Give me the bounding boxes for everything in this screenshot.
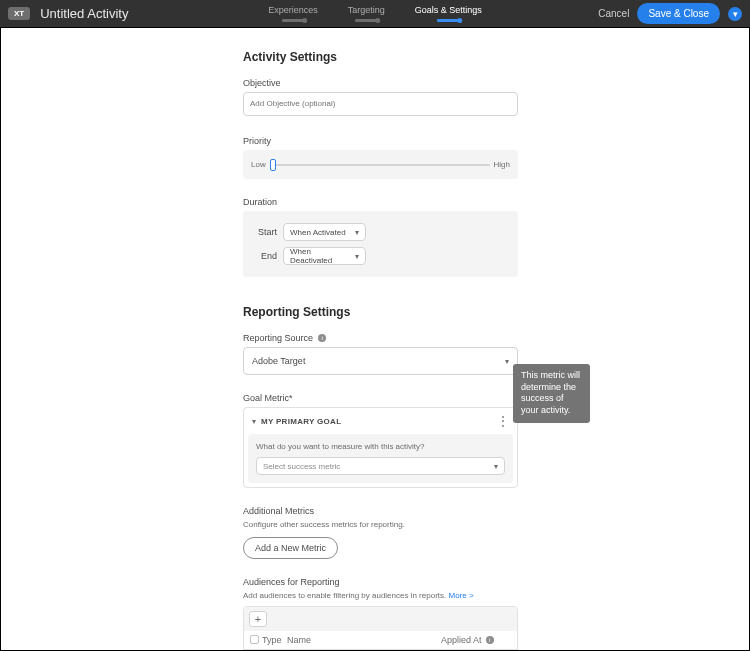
step-targeting[interactable]: Targeting xyxy=(348,5,385,22)
end-label: End xyxy=(251,251,277,261)
objective-label: Objective xyxy=(243,78,514,88)
reporting-source-label: Reporting Source xyxy=(243,333,313,343)
collapse-icon[interactable]: ▾ xyxy=(252,417,256,426)
chevron-down-icon: ▾ xyxy=(355,228,359,237)
start-label: Start xyxy=(251,227,277,237)
end-select-value: When Deactivated xyxy=(290,247,355,265)
objective-input[interactable] xyxy=(243,92,518,116)
priority-low-label: Low xyxy=(251,160,266,169)
chevron-down-icon: ▾ xyxy=(494,462,498,471)
activity-title[interactable]: Untitled Activity xyxy=(40,6,128,21)
priority-high-label: High xyxy=(494,160,510,169)
start-select-value: When Activated xyxy=(290,228,346,237)
add-audience-button[interactable]: + xyxy=(249,611,267,627)
step-goals[interactable]: Goals & Settings xyxy=(415,5,482,22)
col-type-header: Type xyxy=(262,635,284,645)
priority-label: Priority xyxy=(243,136,514,146)
primary-goal-title: MY PRIMARY GOAL xyxy=(261,417,341,426)
audiences-hint: Add audiences to enable filtering by aud… xyxy=(243,591,514,600)
cancel-button[interactable]: Cancel xyxy=(598,8,629,19)
goal-metric-tooltip: This metric will determine the success o… xyxy=(513,364,590,423)
col-applied-header: Applied At xyxy=(441,635,482,645)
priority-slider[interactable] xyxy=(270,164,490,166)
reporting-source-value: Adobe Target xyxy=(252,356,305,366)
start-select[interactable]: When Activated ▾ xyxy=(283,223,366,241)
step-experiences-label: Experiences xyxy=(268,5,318,15)
step-goals-label: Goals & Settings xyxy=(415,5,482,15)
audiences-reporting-label: Audiences for Reporting xyxy=(243,577,514,587)
step-indicator xyxy=(437,19,459,22)
wizard-steps: Experiences Targeting Goals & Settings xyxy=(268,5,482,22)
step-experiences[interactable]: Experiences xyxy=(268,5,318,22)
add-metric-button[interactable]: Add a New Metric xyxy=(243,537,338,559)
info-icon[interactable]: i xyxy=(486,636,494,644)
success-metric-placeholder: Select success metric xyxy=(263,462,340,471)
chevron-down-icon: ▾ xyxy=(505,357,509,366)
goal-question-text: What do you want to measure with this ac… xyxy=(256,442,505,451)
more-link[interactable]: More > xyxy=(448,591,473,600)
end-select[interactable]: When Deactivated ▾ xyxy=(283,247,366,265)
step-targeting-label: Targeting xyxy=(348,5,385,15)
save-more-button[interactable]: ▾ xyxy=(728,7,742,21)
reporting-settings-heading: Reporting Settings xyxy=(243,305,514,319)
additional-metrics-hint: Configure other success metrics for repo… xyxy=(243,520,514,529)
chevron-down-icon: ▾ xyxy=(733,9,738,19)
activity-settings-heading: Activity Settings xyxy=(243,50,514,64)
info-icon[interactable]: i xyxy=(318,334,326,342)
step-indicator xyxy=(282,19,304,22)
duration-label: Duration xyxy=(243,197,514,207)
activity-type-badge: XT xyxy=(8,7,30,20)
step-indicator xyxy=(355,19,377,22)
more-vertical-icon[interactable]: ⋮ xyxy=(497,415,509,427)
success-metric-select[interactable]: Select success metric ▾ xyxy=(256,457,505,475)
additional-metrics-label: Additional Metrics xyxy=(243,506,514,516)
goal-metric-label: Goal Metric* xyxy=(243,393,514,403)
save-close-button[interactable]: Save & Close xyxy=(637,3,720,24)
priority-slider-thumb[interactable] xyxy=(270,159,276,171)
plus-icon: + xyxy=(255,613,261,625)
chevron-down-icon: ▾ xyxy=(355,252,359,261)
reporting-source-select[interactable]: Adobe Target ▾ xyxy=(243,347,518,375)
col-name-header: Name xyxy=(284,635,441,645)
select-all-checkbox[interactable] xyxy=(250,635,259,644)
